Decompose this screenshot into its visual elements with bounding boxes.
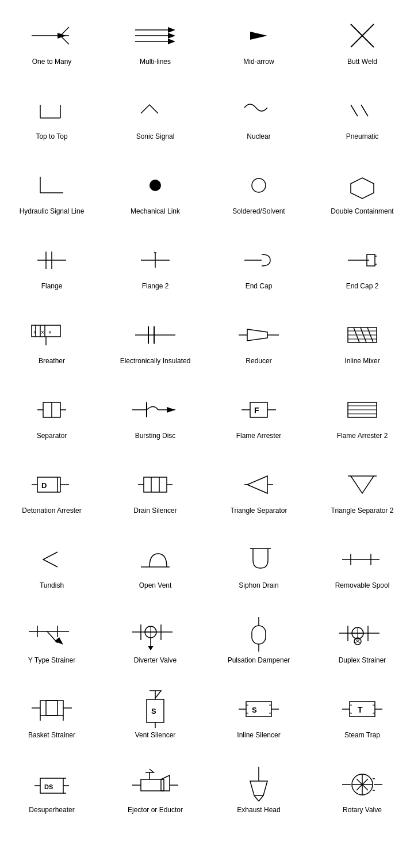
svg-marker-81 [247,476,267,493]
symbol-removable-spool [339,542,385,577]
svg-marker-8 [168,33,175,39]
cell-flange: Flange [0,224,103,299]
cell-nuclear: Nuclear [207,75,310,150]
symbol-butt-weld [348,18,377,53]
symbol-duplex-strainer [336,617,388,652]
cell-removable-spool: Removable Spool [310,524,414,599]
symbol-inline-silencer: S [236,692,282,726]
cell-electronically-insulated: Electronically Insulated [103,299,207,374]
label-steam-trap: Steam Trap [344,731,380,740]
label-basket-strainer: Basket Strainer [28,731,75,740]
svg-marker-47 [247,329,267,341]
symbol-electronically-insulated [132,318,178,352]
cell-multi-lines: Multi-lines [103,0,207,75]
cell-duplex-strainer: Duplex Strainer [310,599,414,673]
cell-breather: × × × Breather [0,299,103,374]
label-rotary-valve: Rotary Valve [343,806,382,815]
cell-rotary-valve: Rotary Valve [310,748,414,823]
label-flange: Flange [41,282,63,291]
svg-point-21 [150,180,161,191]
cell-inline-silencer: S Inline Silencer [207,673,310,748]
cell-basket-strainer: Basket Strainer [0,673,103,748]
symbol-detonation-arrester: D [29,467,75,502]
label-reducer: Reducer [246,357,271,366]
cell-pulsation-dampener: Pulsation Dampener [207,599,310,673]
svg-line-159 [259,795,263,801]
symbol-open-vent [138,542,172,577]
label-one-to-many: One to Many [32,58,72,67]
cell-desuperheater: DS Desuperheater [0,748,103,823]
svg-text:DS: DS [44,783,53,790]
symbol-reducer [236,318,282,352]
label-triangle-separator-2: Triangle Separator 2 [331,507,394,516]
label-hydraulic-signal-line: Hydraulic Signal Line [20,207,85,216]
cell-triangle-separator-2: Triangle Separator 2 [310,449,414,524]
cell-tundish: Tundish [0,524,103,599]
label-breather: Breather [39,357,65,366]
cell-drain-silencer: Drain Silencer [103,449,207,524]
label-desuperheater: Desuperheater [29,806,74,815]
label-butt-weld: Butt Weld [347,58,377,67]
symbol-top-to-top [34,93,69,128]
symbol-bursting-disc [129,393,181,427]
svg-text:×: × [48,329,52,336]
label-tundish: Tundish [40,581,64,591]
symbol-drain-silencer [135,467,175,502]
cell-double-containment: Double Containment [310,150,414,224]
svg-rect-69 [37,477,57,492]
label-flame-arrester: Flame Arrester [236,432,282,441]
svg-marker-98 [55,637,63,645]
symbol-rotary-valve [339,767,385,801]
label-diverter-valve: Diverter Valve [134,656,177,665]
symbol-expansion-joint [6,860,57,868]
symbol-triangle-separator [241,467,276,502]
symbol-separator [34,393,69,427]
cell-hydraulic-signal-line: Hydraulic Signal Line [0,150,103,224]
symbol-end-cap-2 [345,243,379,277]
symbol-flame-arrester: F [239,393,279,427]
svg-marker-84 [351,476,374,493]
svg-marker-152 [161,775,170,791]
label-end-cap: End Cap [246,282,273,291]
symbol-double-containment [342,168,382,203]
cell-reducer: Reducer [207,299,310,374]
svg-marker-23 [351,178,374,199]
symbol-breather: × × × [29,318,75,352]
cell-ejector-or-eductor: Ejector or Eductor [103,748,207,823]
label-mechanical-link: Mechanical Link [131,207,180,216]
cell-flame-arrester-2: Flame Arrester 2 [310,374,414,449]
label-multi-lines: Multi-lines [140,58,171,67]
label-triangle-separator: Triangle Separator [231,507,288,516]
symbol-flange [34,243,69,277]
svg-text:×: × [33,329,37,336]
label-top-to-top: Top to Top [36,132,67,142]
symbol-exhaust-head [241,767,276,801]
svg-rect-130 [246,702,271,717]
label-exhaust-head: Exhaust Head [237,806,280,815]
expansion-joint-row: Expansion Joint [0,823,414,868]
svg-line-158 [254,795,259,801]
symbol-hydraulic-signal-line [34,168,69,203]
label-duplex-strainer: Duplex Strainer [339,656,386,665]
svg-rect-107 [252,626,266,644]
label-detonation-arrester: Detonation Arrester [22,507,81,516]
label-double-containment: Double Containment [331,207,393,216]
symbol-mid-arrow [241,18,276,53]
symbol-soldered-solvent [241,168,276,203]
label-y-type-strainer: Y Type Strainer [28,656,75,665]
cell-mechanical-link: Mechanical Link [103,150,207,224]
svg-marker-157 [250,781,267,795]
label-soldered-solvent: Soldered/Solvent [232,207,285,216]
cell-top-to-top: Top to Top [0,75,103,150]
svg-marker-60 [167,407,175,413]
label-pneumatic: Pneumatic [346,132,379,142]
symbol-flame-arrester-2 [342,393,382,427]
cell-steam-trap: T Steam Trap [310,673,414,748]
svg-marker-106 [148,646,154,650]
label-ejector-or-eductor: Ejector or Eductor [128,806,183,815]
symbol-triangle-separator-2 [345,467,379,502]
cell-diverter-valve: Diverter Valve [103,599,207,673]
svg-marker-6 [168,27,175,33]
cell-pneumatic: Pneumatic [310,75,414,150]
cell-bursting-disc: Bursting Disc [103,374,207,449]
